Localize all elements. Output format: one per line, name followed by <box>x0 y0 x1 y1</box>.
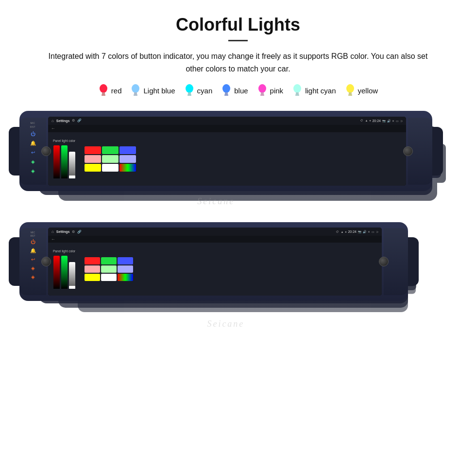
color-item-yellow: yellow <box>345 84 378 97</box>
swatch-pink <box>85 155 101 163</box>
s2-yellow <box>85 274 100 281</box>
swatch-rainbow <box>119 164 136 172</box>
s2-red <box>85 257 100 264</box>
left-knob <box>41 146 51 156</box>
svg-rect-10 <box>225 92 228 94</box>
settings-title: Settings <box>56 119 70 123</box>
svg-point-15 <box>293 84 301 93</box>
signal-icon: ▲ <box>365 119 368 122</box>
blue-bulb-icon <box>221 84 232 97</box>
swatch-white <box>102 164 119 172</box>
bar-white-2 <box>69 262 75 289</box>
close-icon-sm: ✕ <box>392 119 394 123</box>
panel-color-section: Panel light color <box>53 139 75 178</box>
right-knob-1 <box>403 146 413 156</box>
red-bulb-icon <box>98 84 109 97</box>
gear-icon-small: ⚙ <box>72 119 75 123</box>
settings-title-2: Settings <box>56 230 70 233</box>
time-display-2: 20:24 <box>348 230 357 233</box>
panel-light-color-label: Panel light color <box>53 139 75 142</box>
nav-back-arrow: ← <box>51 126 55 131</box>
svg-rect-19 <box>349 92 352 94</box>
icon-vol-2: ◈ <box>31 265 35 271</box>
s2-blue <box>118 257 133 264</box>
svg-rect-4 <box>134 92 137 94</box>
bar-green-2 <box>61 256 68 289</box>
icon-back: ↩ <box>31 150 35 155</box>
lightcyan-bulb-icon <box>292 84 303 97</box>
lightblue-bulb-icon <box>130 84 141 97</box>
panel-color-section-2: Panel light color <box>53 249 75 289</box>
bar-white-gradient <box>69 152 75 178</box>
s2-pink <box>85 265 100 273</box>
page-container: Colorful Lights Integrated with 7 colors… <box>0 0 476 349</box>
watermark-2: Seicane <box>207 319 244 329</box>
svg-rect-5 <box>134 94 137 96</box>
s2-light-green <box>101 265 117 273</box>
color-item-cyan: cyan <box>184 84 213 97</box>
icon-nav: ◈ <box>31 168 35 174</box>
rst-label-2: RST <box>31 234 35 237</box>
camera-icon: 📷 <box>382 119 386 123</box>
swatch-green <box>102 146 119 154</box>
color-item-lightblue: Light blue <box>130 84 175 97</box>
svg-point-0 <box>100 84 107 93</box>
yellow-label: yellow <box>358 87 378 95</box>
color-item-blue: blue <box>221 84 248 97</box>
icon-power-2: ⏻ <box>31 239 35 245</box>
cyan-bulb-icon <box>184 84 195 97</box>
color-indicators-row: red Light blue cyan <box>19 84 457 97</box>
main-screen-2: ⌂ Settings ⚙ 🔗 ⏱ ▲ ♦ 20:24 📷 🔊 <box>48 228 382 296</box>
color-item-pink: pink <box>257 84 284 97</box>
svg-rect-1 <box>102 92 105 94</box>
color-swatches-grid-2 <box>85 257 133 281</box>
page-description: Integrated with 7 colors of button indic… <box>39 50 437 75</box>
pink-label: pink <box>270 87 284 95</box>
pink-bulb-icon <box>257 84 268 97</box>
link-icon-small: 🔗 <box>77 119 82 123</box>
bar-red-gradient <box>53 145 60 178</box>
svg-rect-16 <box>296 92 299 94</box>
svg-rect-14 <box>260 94 264 96</box>
radio-section-1: MIC RST ⏻ 🔔 ↩ ◈ ◈ <box>19 111 466 211</box>
main-screen-1: ⌂ Settings ⚙ 🔗 ⏱ ▲ ♦ 20:24 📷 🔊 <box>48 117 406 186</box>
lightcyan-label: light cyan <box>305 87 336 95</box>
icon-vol: ◈ <box>31 159 35 164</box>
svg-point-18 <box>346 84 354 93</box>
yellow-bulb-icon <box>345 84 356 97</box>
swatch-yellow <box>85 164 101 172</box>
right-knob-2 <box>379 257 389 266</box>
icon-bell-2: 🔔 <box>30 248 36 253</box>
wifi-icon: ♦ <box>369 119 371 122</box>
s2-green <box>101 257 117 264</box>
red-label: red <box>111 87 122 95</box>
bar-red-2 <box>53 256 60 289</box>
svg-point-6 <box>186 84 193 93</box>
svg-rect-8 <box>187 94 191 96</box>
swatch-red-full <box>85 146 101 154</box>
color-item-red: red <box>98 84 122 97</box>
svg-rect-11 <box>224 94 228 96</box>
swatch-blue <box>119 146 136 154</box>
swatch-light-blue <box>119 155 136 163</box>
s2-white <box>101 274 117 281</box>
left-wing-label-rst: RST <box>30 125 35 128</box>
vol-icon: 🔊 <box>387 119 391 123</box>
color-item-lightcyan: light cyan <box>292 84 336 97</box>
radio-section-2: MIC RST ⏻ 🔔 ↩ ◈ ◈ MIC RST ⏻ 🔔 <box>19 222 466 334</box>
left-wing-label-mic: MIC <box>30 122 35 124</box>
svg-rect-13 <box>261 92 264 94</box>
color-swatches-grid <box>85 146 136 172</box>
bar-green-gradient <box>61 145 68 178</box>
title-divider <box>228 40 248 41</box>
page-title: Colorful Lights <box>19 15 457 35</box>
svg-rect-7 <box>188 92 191 94</box>
icon-back-2: ↩ <box>31 257 35 262</box>
rect-icon: ▭ <box>396 119 399 123</box>
icon-bell: 🔔 <box>30 141 36 146</box>
panel-label-2: Panel light color <box>53 249 75 253</box>
swatch-light-green <box>102 155 119 163</box>
cyan-label: cyan <box>197 87 213 95</box>
svg-point-9 <box>222 84 230 93</box>
s2-lavender <box>118 265 133 273</box>
